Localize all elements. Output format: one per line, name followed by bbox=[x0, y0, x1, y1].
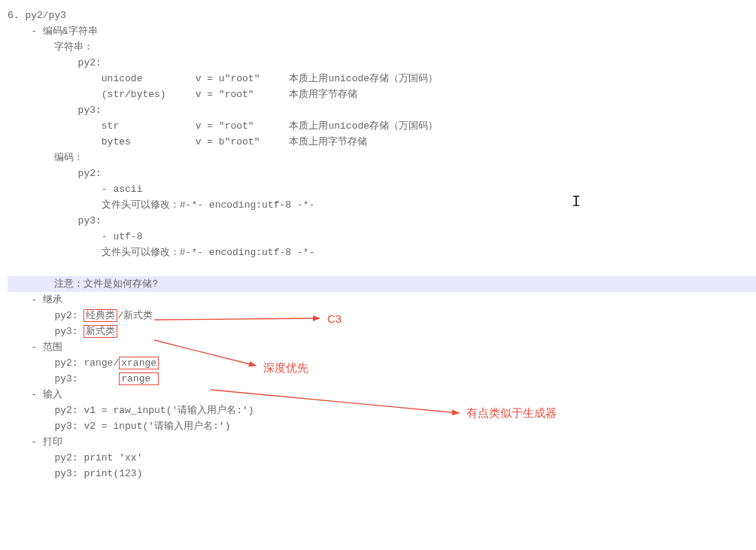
code-line: py2: bbox=[8, 166, 756, 181]
annotation-c3: C3 bbox=[327, 312, 342, 325]
code-line: py2: v1 = raw_input('请输入用户名:') bbox=[8, 403, 756, 418]
boxed-text-classic-class: 经典类 bbox=[83, 309, 117, 322]
code-line: py3: 新式类 bbox=[8, 324, 756, 339]
boxed-text-new-style-class: 新式类 bbox=[83, 325, 117, 338]
highlighted-line: 注意：文件是如何存储? bbox=[8, 276, 756, 292]
code-line: py2: print 'xx' bbox=[8, 450, 756, 466]
code-line: py2: 经典类/新式类 bbox=[8, 308, 756, 324]
code-line: (str/bytes) v = "root" 本质用字节存储 bbox=[8, 87, 756, 102]
code-line: py2: range/xrange bbox=[8, 355, 756, 371]
code-line: - 继承 bbox=[8, 292, 756, 308]
code-line: - 打印 bbox=[8, 434, 756, 450]
annotation-generator: 有点类似于生成器 bbox=[466, 406, 557, 421]
code-line: py3: bbox=[8, 213, 756, 229]
code-line: py3: print(123) bbox=[8, 466, 756, 482]
code-line: - 范围 bbox=[8, 339, 756, 355]
code-line: 6. py2/py3 bbox=[8, 8, 756, 23]
code-line: py3: range bbox=[8, 371, 756, 387]
code-line: py3: v2 = input('请输入用户名:') bbox=[8, 418, 756, 434]
code-line: - utf-8 bbox=[8, 229, 756, 245]
boxed-text-range: range bbox=[119, 372, 159, 385]
text-cursor-icon: I bbox=[572, 192, 581, 210]
code-line: py2: bbox=[8, 55, 756, 71]
code-line: 字符串： bbox=[8, 39, 756, 55]
code-line: - 编码&字符串 bbox=[8, 23, 756, 39]
code-text: py3: bbox=[8, 373, 119, 384]
code-text: py2: bbox=[8, 310, 83, 321]
code-line: 文件头可以修改：#-*- encoding:utf-8 -*- bbox=[8, 245, 756, 260]
code-text: py2: range/ bbox=[8, 357, 119, 369]
annotation-depth-first: 深度优先 bbox=[263, 361, 308, 375]
code-line: - 输入 bbox=[8, 387, 756, 403]
code-text: /新式类 bbox=[117, 310, 153, 321]
code-line: str v = "root" 本质上用unicode存储（万国码） bbox=[8, 118, 756, 134]
code-line: 文件头可以修改：#-*- encoding:utf-8 -*- bbox=[8, 197, 756, 213]
code-line: py3: bbox=[8, 102, 756, 118]
code-line: 编码： bbox=[8, 150, 756, 166]
code-line bbox=[8, 260, 756, 276]
code-line: unicode v = u"root" 本质上用unicode存储（万国码） bbox=[8, 71, 756, 87]
boxed-text-xrange: xrange bbox=[119, 357, 159, 369]
code-line: - ascii bbox=[8, 181, 756, 197]
code-line: bytes v = b"root" 本质上用字节存储 bbox=[8, 134, 756, 150]
code-text: py3: bbox=[8, 326, 83, 337]
